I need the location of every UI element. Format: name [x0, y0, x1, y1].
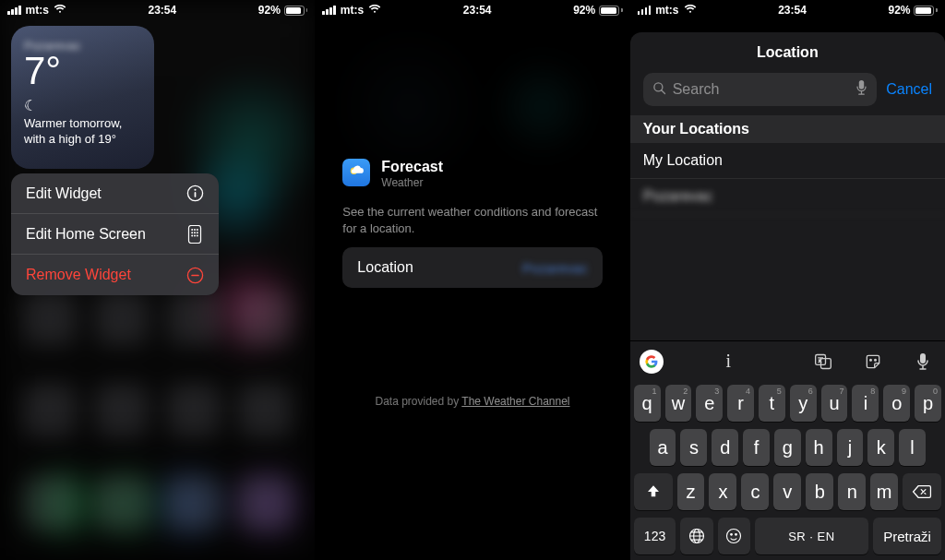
svg-rect-23	[920, 353, 926, 363]
key-backspace[interactable]	[903, 473, 941, 510]
menu-label: Edit Widget	[26, 185, 102, 202]
suggestion-text[interactable]: i	[671, 351, 786, 372]
carrier-label: mt:s	[655, 4, 678, 17]
panel-location-picker: mt:s 23:54 92% Location Search Cancel	[630, 0, 945, 560]
google-icon[interactable]	[640, 350, 664, 374]
keyboard-row-2: a s d f g h j k l	[634, 429, 941, 466]
key-f[interactable]: f	[743, 429, 770, 466]
nav-bar: Location	[630, 32, 945, 73]
menu-remove-widget[interactable]: Remove Widget	[11, 255, 219, 295]
weather-channel-link[interactable]: The Weather Channel	[461, 395, 569, 408]
cancel-button[interactable]: Cancel	[886, 81, 932, 98]
svg-point-1	[194, 189, 196, 191]
remove-icon	[185, 266, 204, 284]
key-shift[interactable]	[634, 473, 673, 510]
svg-point-11	[194, 234, 196, 236]
svg-rect-3	[189, 225, 201, 243]
key-search[interactable]: Pretraži	[873, 518, 941, 554]
menu-edit-home-screen[interactable]: Edit Home Screen	[11, 214, 219, 255]
key-j[interactable]: j	[837, 429, 864, 466]
key-y[interactable]: y6	[790, 385, 817, 422]
translate-icon[interactable]	[810, 349, 836, 375]
keyboard-row-4: 123 SR · EN Pretraži	[634, 518, 941, 554]
status-bar: mt:s 23:54 92%	[0, 0, 315, 18]
key-t[interactable]: t5	[759, 385, 785, 422]
wifi-icon	[368, 4, 381, 17]
widget-forecast-text: Warmer tomorrow, with a high of 19°	[24, 116, 141, 147]
svg-point-27	[731, 534, 733, 536]
battery-percent: 92%	[258, 4, 281, 17]
key-123[interactable]: 123	[634, 518, 676, 554]
svg-rect-2	[194, 192, 196, 197]
key-z[interactable]: z	[677, 473, 705, 510]
menu-label: Remove Widget	[26, 267, 131, 283]
weather-widget[interactable]: Pozarevac 7° ☾ Warmer tomorrow, with a h…	[11, 26, 154, 169]
key-l[interactable]: l	[899, 429, 926, 466]
key-b[interactable]: b	[806, 473, 833, 510]
key-m[interactable]: m	[870, 473, 898, 510]
key-spacebar[interactable]: SR · EN	[755, 518, 868, 554]
svg-point-8	[194, 232, 196, 233]
cellular-signal-icon	[322, 6, 336, 15]
key-h[interactable]: h	[806, 429, 832, 466]
key-globe[interactable]	[680, 518, 712, 554]
carrier-label: mt:s	[341, 4, 364, 17]
forecast-header: Forecast Weather	[342, 159, 602, 189]
widget-temperature: 7°	[24, 51, 141, 91]
key-p[interactable]: p0	[915, 385, 941, 422]
battery-icon	[599, 6, 623, 16]
key-r[interactable]: r4	[727, 385, 754, 422]
menu-edit-widget[interactable]: Edit Widget	[11, 173, 219, 214]
search-input[interactable]: Search	[643, 73, 878, 106]
search-icon	[652, 81, 666, 99]
location-item-my-location[interactable]: My Location	[630, 143, 945, 179]
sheet-subtitle: Weather	[381, 176, 443, 189]
key-n[interactable]: n	[838, 473, 866, 510]
keyboard: i q1 w2 e3 r4 t5 y6 u7 i8 o9 p0 a s d	[630, 340, 945, 560]
key-d[interactable]: d	[712, 429, 738, 466]
svg-point-5	[194, 229, 196, 231]
location-row[interactable]: Location Pozarevac	[342, 247, 602, 288]
svg-point-26	[727, 530, 741, 543]
key-g[interactable]: g	[774, 429, 801, 466]
svg-line-17	[662, 89, 665, 93]
location-row-label: Location	[357, 259, 413, 276]
key-c[interactable]: c	[741, 473, 769, 510]
key-i[interactable]: i8	[852, 385, 879, 422]
apps-grid-icon	[185, 225, 204, 244]
cellular-signal-icon	[7, 6, 21, 15]
location-item-blurred[interactable]: Pozarevac	[630, 179, 945, 215]
key-emoji[interactable]	[718, 518, 750, 554]
key-x[interactable]: x	[709, 473, 736, 510]
key-o[interactable]: o9	[883, 385, 910, 422]
status-bar: mt:s 23:54 92%	[630, 0, 945, 18]
cellular-signal-icon	[638, 6, 652, 15]
svg-point-7	[191, 232, 193, 233]
sticker-icon[interactable]	[860, 349, 886, 375]
weather-app-icon	[342, 159, 370, 186]
clock: 23:54	[148, 4, 176, 17]
wifi-icon	[684, 4, 697, 17]
key-u[interactable]: u7	[821, 385, 848, 422]
keyboard-row-3: z x c v b n m	[634, 473, 941, 510]
key-e[interactable]: e3	[696, 385, 723, 422]
svg-point-10	[191, 234, 193, 236]
key-q[interactable]: q1	[634, 385, 661, 422]
mic-icon[interactable]	[910, 349, 936, 375]
svg-point-4	[191, 229, 193, 231]
search-placeholder: Search	[673, 81, 850, 98]
key-s[interactable]: s	[680, 429, 707, 466]
key-v[interactable]: v	[773, 473, 801, 510]
svg-point-22	[875, 359, 877, 361]
wifi-icon	[54, 4, 66, 17]
info-icon	[185, 185, 204, 203]
key-w[interactable]: w2	[665, 385, 692, 422]
key-a[interactable]: a	[650, 429, 676, 466]
widget-location-blurred: Pozarevac	[24, 39, 141, 53]
moon-icon: ☾	[24, 97, 141, 114]
key-k[interactable]: k	[867, 429, 894, 466]
carrier-label: mt:s	[26, 4, 49, 17]
location-row-value-blurred: Pozarevac	[522, 260, 588, 276]
panel-edit-widget-sheet: mt:s 23:54 92% Forecast Weather See the …	[315, 0, 629, 560]
dictate-icon[interactable]	[855, 79, 867, 100]
